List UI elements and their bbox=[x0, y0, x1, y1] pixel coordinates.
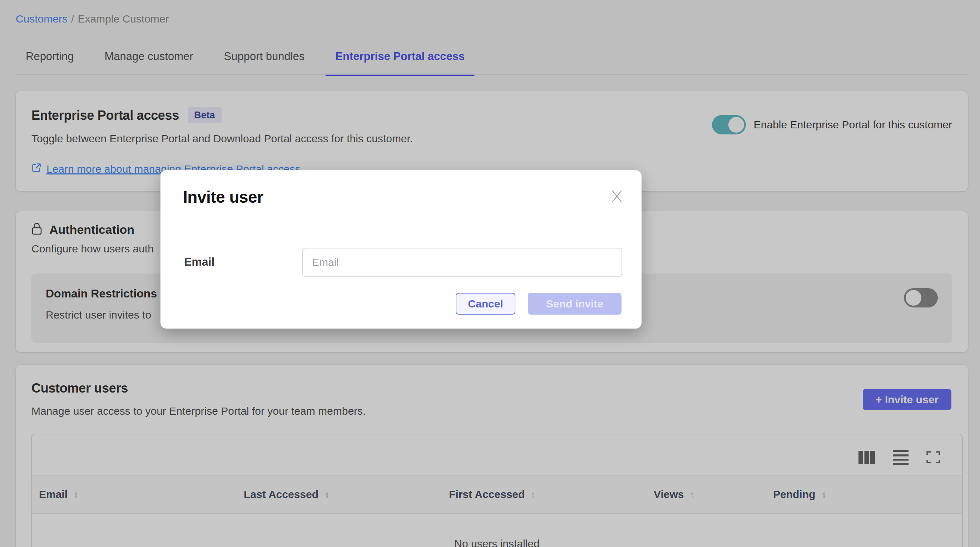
invite-user-modal: Invite user Email Cancel Send invite bbox=[161, 170, 641, 329]
send-invite-button[interactable]: Send invite bbox=[528, 293, 622, 315]
cancel-button[interactable]: Cancel bbox=[456, 293, 515, 315]
close-icon[interactable] bbox=[609, 188, 625, 204]
email-field-label: Email bbox=[184, 255, 215, 268]
email-input[interactable] bbox=[302, 248, 622, 277]
modal-title: Invite user bbox=[183, 187, 263, 207]
